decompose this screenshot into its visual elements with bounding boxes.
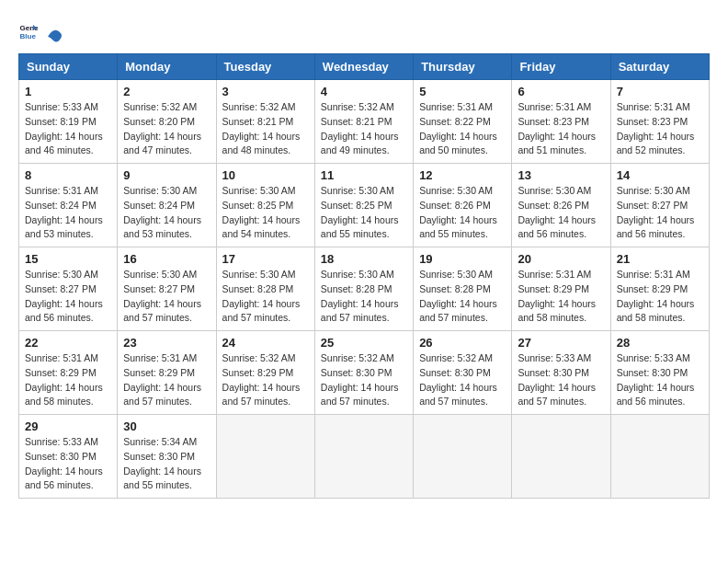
day-info: Sunrise: 5:32 AMSunset: 8:30 PMDaylight:… — [419, 351, 506, 409]
calendar-week-row: 1Sunrise: 5:33 AMSunset: 8:19 PMDaylight… — [19, 80, 710, 164]
day-info: Sunrise: 5:31 AMSunset: 8:23 PMDaylight:… — [617, 100, 703, 158]
day-number: 12 — [419, 168, 506, 182]
calendar-day-cell: 4Sunrise: 5:32 AMSunset: 8:21 PMDaylight… — [314, 80, 413, 164]
calendar-day-cell: 29Sunrise: 5:33 AMSunset: 8:30 PMDayligh… — [19, 415, 118, 499]
calendar-day-cell: 2Sunrise: 5:32 AMSunset: 8:20 PMDaylight… — [118, 80, 216, 164]
calendar-day-header: Saturday — [610, 54, 709, 80]
day-info: Sunrise: 5:33 AMSunset: 8:19 PMDaylight:… — [25, 100, 111, 158]
day-number: 10 — [222, 168, 309, 182]
calendar-week-row: 8Sunrise: 5:31 AMSunset: 8:24 PMDaylight… — [19, 164, 710, 247]
day-info: Sunrise: 5:34 AMSunset: 8:30 PMDaylight:… — [123, 435, 210, 493]
calendar-day-header: Monday — [118, 54, 216, 80]
calendar-table: SundayMondayTuesdayWednesdayThursdayFrid… — [18, 53, 710, 499]
calendar-week-row: 15Sunrise: 5:30 AMSunset: 8:27 PMDayligh… — [19, 247, 710, 331]
day-number: 27 — [518, 336, 604, 350]
calendar-day-cell: 3Sunrise: 5:32 AMSunset: 8:21 PMDaylight… — [216, 80, 314, 164]
day-number: 8 — [25, 168, 111, 182]
calendar-day-cell: 5Sunrise: 5:31 AMSunset: 8:22 PMDaylight… — [414, 80, 512, 164]
day-number: 9 — [123, 168, 210, 182]
calendar-day-cell — [414, 415, 512, 499]
day-number: 26 — [419, 336, 506, 350]
calendar-day-cell: 21Sunrise: 5:31 AMSunset: 8:29 PMDayligh… — [610, 247, 709, 331]
day-info: Sunrise: 5:33 AMSunset: 8:30 PMDaylight:… — [25, 435, 111, 493]
calendar-day-header: Wednesday — [314, 54, 413, 80]
calendar-week-row: 22Sunrise: 5:31 AMSunset: 8:29 PMDayligh… — [19, 331, 710, 415]
day-number: 24 — [222, 336, 309, 350]
calendar-day-cell: 20Sunrise: 5:31 AMSunset: 8:29 PMDayligh… — [512, 247, 610, 331]
day-info: Sunrise: 5:31 AMSunset: 8:22 PMDaylight:… — [419, 100, 506, 158]
day-number: 29 — [25, 419, 111, 433]
day-info: Sunrise: 5:31 AMSunset: 8:29 PMDaylight:… — [123, 351, 210, 409]
calendar-day-cell: 19Sunrise: 5:30 AMSunset: 8:28 PMDayligh… — [414, 247, 512, 331]
day-info: Sunrise: 5:31 AMSunset: 8:29 PMDaylight:… — [617, 268, 703, 326]
page-header: General Blue — [18, 18, 710, 44]
day-info: Sunrise: 5:31 AMSunset: 8:24 PMDaylight:… — [25, 184, 111, 242]
calendar-day-cell: 8Sunrise: 5:31 AMSunset: 8:24 PMDaylight… — [19, 164, 118, 247]
day-info: Sunrise: 5:32 AMSunset: 8:20 PMDaylight:… — [123, 100, 210, 158]
day-number: 4 — [321, 85, 407, 98]
day-number: 14 — [617, 168, 703, 182]
day-number: 15 — [25, 252, 111, 266]
day-number: 17 — [222, 252, 309, 266]
day-info: Sunrise: 5:30 AMSunset: 8:28 PMDaylight:… — [222, 268, 309, 326]
calendar-day-cell — [314, 415, 413, 499]
day-info: Sunrise: 5:31 AMSunset: 8:23 PMDaylight:… — [518, 100, 604, 158]
calendar-day-header: Thursday — [414, 54, 512, 80]
day-number: 23 — [123, 336, 210, 350]
day-number: 25 — [321, 336, 407, 350]
calendar-day-cell — [216, 415, 314, 499]
day-number: 6 — [518, 85, 604, 98]
calendar-day-cell: 6Sunrise: 5:31 AMSunset: 8:23 PMDaylight… — [512, 80, 610, 164]
day-info: Sunrise: 5:32 AMSunset: 8:21 PMDaylight:… — [222, 100, 309, 158]
svg-text:Blue: Blue — [19, 32, 36, 40]
day-number: 11 — [321, 168, 407, 182]
logo-icon: General Blue — [18, 21, 39, 41]
day-number: 30 — [123, 419, 210, 433]
calendar-header-row: SundayMondayTuesdayWednesdayThursdayFrid… — [19, 54, 710, 80]
calendar-day-cell: 9Sunrise: 5:30 AMSunset: 8:24 PMDaylight… — [118, 164, 216, 247]
calendar-day-cell: 28Sunrise: 5:33 AMSunset: 8:30 PMDayligh… — [610, 331, 709, 415]
day-number: 20 — [518, 252, 604, 266]
day-number: 19 — [419, 252, 506, 266]
day-info: Sunrise: 5:31 AMSunset: 8:29 PMDaylight:… — [518, 268, 604, 326]
day-info: Sunrise: 5:31 AMSunset: 8:29 PMDaylight:… — [25, 351, 111, 409]
calendar-day-cell: 14Sunrise: 5:30 AMSunset: 8:27 PMDayligh… — [610, 164, 709, 247]
calendar-day-cell: 30Sunrise: 5:34 AMSunset: 8:30 PMDayligh… — [118, 415, 216, 499]
calendar-day-cell — [610, 415, 709, 499]
calendar-day-cell: 26Sunrise: 5:32 AMSunset: 8:30 PMDayligh… — [414, 331, 512, 415]
day-number: 5 — [419, 85, 506, 98]
logo: General Blue — [18, 18, 63, 44]
day-number: 3 — [222, 85, 309, 98]
day-info: Sunrise: 5:30 AMSunset: 8:28 PMDaylight:… — [321, 268, 407, 326]
day-info: Sunrise: 5:30 AMSunset: 8:24 PMDaylight:… — [123, 184, 210, 242]
calendar-day-cell: 12Sunrise: 5:30 AMSunset: 8:26 PMDayligh… — [414, 164, 512, 247]
calendar-day-cell: 11Sunrise: 5:30 AMSunset: 8:25 PMDayligh… — [314, 164, 413, 247]
calendar-day-cell: 1Sunrise: 5:33 AMSunset: 8:19 PMDaylight… — [19, 80, 118, 164]
logo-wave-icon — [46, 18, 63, 44]
calendar-day-cell: 15Sunrise: 5:30 AMSunset: 8:27 PMDayligh… — [19, 247, 118, 331]
day-number: 1 — [25, 85, 111, 98]
calendar-week-row: 29Sunrise: 5:33 AMSunset: 8:30 PMDayligh… — [19, 415, 710, 499]
day-info: Sunrise: 5:30 AMSunset: 8:25 PMDaylight:… — [321, 184, 407, 242]
calendar-day-header: Friday — [512, 54, 610, 80]
day-info: Sunrise: 5:33 AMSunset: 8:30 PMDaylight:… — [617, 351, 703, 409]
day-info: Sunrise: 5:33 AMSunset: 8:30 PMDaylight:… — [518, 351, 604, 409]
calendar-day-cell: 22Sunrise: 5:31 AMSunset: 8:29 PMDayligh… — [19, 331, 118, 415]
calendar-day-cell: 10Sunrise: 5:30 AMSunset: 8:25 PMDayligh… — [216, 164, 314, 247]
day-number: 21 — [617, 252, 703, 266]
day-info: Sunrise: 5:30 AMSunset: 8:25 PMDaylight:… — [222, 184, 309, 242]
calendar-body: 1Sunrise: 5:33 AMSunset: 8:19 PMDaylight… — [19, 80, 710, 499]
calendar-day-cell: 23Sunrise: 5:31 AMSunset: 8:29 PMDayligh… — [118, 331, 216, 415]
day-number: 13 — [518, 168, 604, 182]
day-info: Sunrise: 5:32 AMSunset: 8:21 PMDaylight:… — [321, 100, 407, 158]
calendar-day-cell: 24Sunrise: 5:32 AMSunset: 8:29 PMDayligh… — [216, 331, 314, 415]
calendar-day-cell: 7Sunrise: 5:31 AMSunset: 8:23 PMDaylight… — [610, 80, 709, 164]
day-info: Sunrise: 5:30 AMSunset: 8:28 PMDaylight:… — [419, 268, 506, 326]
day-number: 2 — [123, 85, 210, 98]
calendar-day-cell: 18Sunrise: 5:30 AMSunset: 8:28 PMDayligh… — [314, 247, 413, 331]
day-info: Sunrise: 5:32 AMSunset: 8:30 PMDaylight:… — [321, 351, 407, 409]
day-info: Sunrise: 5:30 AMSunset: 8:27 PMDaylight:… — [25, 268, 111, 326]
calendar-day-cell — [512, 415, 610, 499]
day-number: 7 — [617, 85, 703, 98]
day-info: Sunrise: 5:30 AMSunset: 8:26 PMDaylight:… — [518, 184, 604, 242]
